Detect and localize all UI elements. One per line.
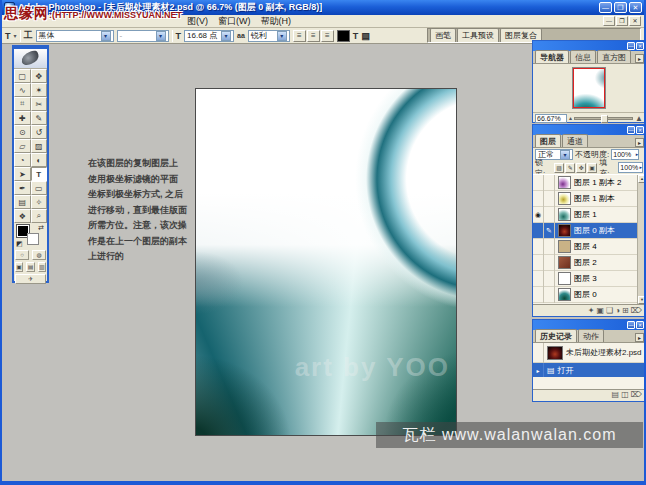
- panel-collapse-button[interactable]: —: [627, 126, 635, 134]
- tool-lasso[interactable]: ∿: [14, 83, 31, 97]
- history-brush-source-well[interactable]: [533, 343, 544, 363]
- panel-menu-button[interactable]: ▸: [635, 54, 644, 63]
- minimize-button[interactable]: —: [599, 2, 612, 13]
- font-style-select[interactable]: -▾: [117, 30, 169, 42]
- default-colors-icon[interactable]: ◩: [16, 240, 23, 248]
- tool-magic-wand[interactable]: ✶: [31, 83, 48, 97]
- tool-eyedropper[interactable]: ✧: [31, 195, 48, 209]
- menu-item[interactable]: 窗口(W): [213, 15, 256, 28]
- fullscreen-menubar-button[interactable]: ▤: [26, 262, 34, 272]
- tool-hand[interactable]: ❖: [14, 209, 31, 223]
- menu-item[interactable]: 帮助(H): [256, 15, 297, 28]
- restore-button[interactable]: ❐: [614, 2, 627, 13]
- visibility-eye-icon[interactable]: ◉: [533, 255, 544, 271]
- layer-row[interactable]: ◉ ✎ 图层 3: [533, 271, 645, 287]
- menu-item[interactable]: 图(V): [182, 15, 213, 28]
- panel-tab[interactable]: 直方图: [597, 50, 631, 63]
- palettes-toggle-icon[interactable]: ▤: [361, 31, 370, 41]
- preset-dropdown-arrow-icon[interactable]: ▾: [14, 32, 17, 39]
- visibility-eye-icon[interactable]: ◉: [533, 239, 544, 255]
- quick-mask-mode-button[interactable]: ◍: [32, 250, 46, 260]
- doc-restore-button[interactable]: ❐: [616, 16, 628, 26]
- tool-blur[interactable]: ◔: [14, 153, 31, 167]
- standard-screen-button[interactable]: ▣: [15, 262, 23, 272]
- tool-clone-stamp[interactable]: ⊙: [14, 125, 31, 139]
- background-color-swatch[interactable]: [27, 233, 39, 245]
- tool-healing-brush[interactable]: ✚: [14, 111, 31, 125]
- layer-row[interactable]: ◉ ✎ 图层 2: [533, 255, 645, 271]
- panel-collapse-button[interactable]: —: [627, 321, 635, 329]
- adjustment-layer-icon[interactable]: ◑: [615, 306, 620, 316]
- history-brush-source-well[interactable]: ▸: [533, 363, 544, 377]
- tool-type[interactable]: T: [31, 167, 48, 181]
- layer-group-icon[interactable]: ❏: [606, 306, 613, 316]
- tool-dodge[interactable]: ◐: [31, 153, 48, 167]
- tool-pen[interactable]: ✒: [14, 181, 31, 195]
- layer-row[interactable]: ◉ ✎ 图层 1 副本: [533, 191, 645, 207]
- tool-crop[interactable]: ⌗: [14, 97, 31, 111]
- palette-well-tab[interactable]: 工具预设: [457, 28, 499, 42]
- text-orientation-icon[interactable]: 工: [24, 29, 33, 42]
- tool-slice[interactable]: ✂: [31, 97, 48, 111]
- panel-tab[interactable]: 导航器: [535, 50, 569, 63]
- text-color-swatch[interactable]: [337, 30, 350, 42]
- tool-rectangular-marquee[interactable]: ▢: [14, 69, 31, 83]
- lock-pixels-button[interactable]: ✎: [565, 163, 575, 173]
- zoom-out-icon[interactable]: ▴: [569, 114, 572, 123]
- visibility-eye-icon[interactable]: ◉: [533, 191, 544, 207]
- panel-close-button[interactable]: ✕: [636, 126, 644, 134]
- layer-mask-icon[interactable]: ▣: [596, 306, 604, 316]
- fullscreen-button[interactable]: ▥: [38, 262, 46, 272]
- panel-tab[interactable]: 通道: [562, 134, 588, 147]
- align-right-button[interactable]: ≡: [321, 30, 334, 42]
- scroll-down-icon[interactable]: ▼: [638, 296, 645, 304]
- align-center-button[interactable]: ≡: [307, 30, 320, 42]
- tool-eraser[interactable]: ▱: [14, 139, 31, 153]
- visibility-eye-icon[interactable]: ◉: [533, 271, 544, 287]
- tool-notes[interactable]: ▤: [14, 195, 31, 209]
- panel-collapse-button[interactable]: —: [627, 42, 635, 50]
- doc-close-button[interactable]: ✕: [629, 16, 641, 26]
- imageready-button[interactable]: ✈: [15, 274, 46, 284]
- warp-text-icon[interactable]: T: [353, 31, 359, 41]
- tool-brush[interactable]: ✎: [31, 111, 48, 125]
- zoom-slider-thumb[interactable]: [601, 115, 608, 123]
- lock-position-button[interactable]: ✥: [576, 163, 586, 173]
- layer-row[interactable]: ◉ ✎ 图层 1 副本 2: [533, 175, 645, 191]
- standard-mode-button[interactable]: ○: [15, 250, 29, 260]
- navigator-thumbnail[interactable]: [572, 67, 606, 109]
- history-state-row[interactable]: ▸ ▤ 打开: [533, 363, 645, 377]
- navigator-zoom-field[interactable]: 66.67%: [535, 114, 567, 123]
- panel-menu-button[interactable]: ▸: [635, 333, 644, 342]
- align-left-button[interactable]: ≡: [293, 30, 306, 42]
- visibility-eye-icon[interactable]: ◉: [533, 287, 544, 303]
- layer-style-icon[interactable]: ✦: [588, 306, 595, 316]
- tool-history-brush[interactable]: ↺: [31, 125, 48, 139]
- visibility-eye-icon[interactable]: ◉: [533, 223, 544, 239]
- tool-move[interactable]: ✥: [31, 69, 48, 83]
- document-canvas[interactable]: art by YOO: [195, 88, 457, 436]
- new-doc-from-state-icon[interactable]: ▤: [612, 390, 620, 400]
- panel-tab[interactable]: 历史记录: [535, 329, 577, 342]
- snapshot-row[interactable]: 未后期处理素材2.psd: [533, 343, 645, 363]
- doc-minimize-button[interactable]: —: [603, 16, 615, 26]
- delete-layer-icon[interactable]: ⌦: [631, 306, 642, 316]
- visibility-eye-icon[interactable]: ◉: [533, 175, 544, 191]
- lock-transparency-button[interactable]: ▨: [554, 163, 564, 173]
- panel-close-button[interactable]: ✕: [636, 321, 644, 329]
- new-layer-icon[interactable]: ⊞: [622, 306, 629, 316]
- delete-state-icon[interactable]: ⌦: [631, 390, 642, 400]
- tool-preset-picker[interactable]: T: [5, 31, 11, 41]
- anti-alias-select[interactable]: 锐利▾: [248, 30, 290, 42]
- layer-row[interactable]: ◉ ✎ 图层 1: [533, 207, 645, 223]
- visibility-eye-icon[interactable]: ◉: [533, 207, 544, 223]
- panel-menu-button[interactable]: ▸: [635, 138, 644, 147]
- tool-zoom[interactable]: ⌕: [31, 209, 48, 223]
- panel-close-button[interactable]: ✕: [636, 42, 644, 50]
- layer-row[interactable]: ◉ ✎ 图层 0 副本: [533, 223, 645, 239]
- close-button[interactable]: ✕: [629, 2, 642, 13]
- font-size-select[interactable]: 16.68 点▾: [184, 30, 234, 42]
- tool-path-selection[interactable]: ➤: [14, 167, 31, 181]
- zoom-slider[interactable]: [574, 117, 633, 120]
- panel-tab[interactable]: 动作: [578, 329, 604, 342]
